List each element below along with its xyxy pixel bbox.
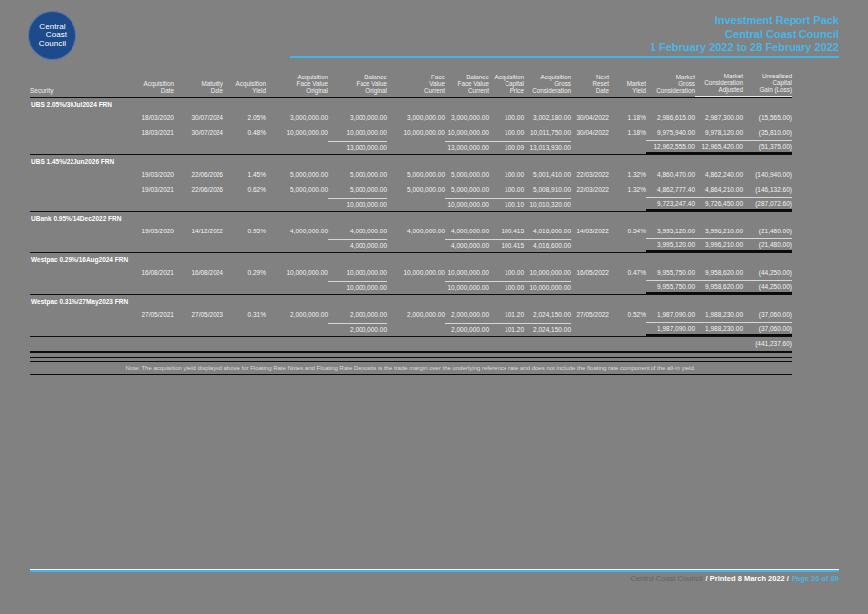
report-title: Investment Report Pack Central Coast Cou… [651,14,839,55]
cell-maturity_date: 30/07/2024 [174,114,223,121]
cell-acquisition_face_value_original: 10,000,000.00 [266,269,328,276]
security-group-0: UBS 2.05%/30Jul2024 FRN18/03/202030/07/2… [30,98,792,154]
cell-acquisition_gross_consideration: 10,000,000.00 [524,269,571,276]
cell-market_consideration_adjusted: 3,996,210.00 [695,228,743,234]
cell-balance_face_value_original: 10,000,000.00 [328,269,387,276]
cell-market_gross_consideration: 1,987,090.00 [646,311,695,318]
footer-council-name: Central Coast Council [631,574,703,583]
subtotal-acquisition_capital_price: 100.00 [489,281,524,293]
cell-market_yield: 0.54% [609,228,646,234]
cell-acquisition_capital_price: 100.00 [489,186,524,193]
cell-acquisition_yield: 0.29% [223,269,266,276]
cell-acquisition_face_value_original: 5,000,000.00 [266,186,328,193]
grand-total-section: (441,237.60) [30,336,792,358]
subtotal-acquisition_capital_price: 101.20 [489,323,524,335]
cell-market_consideration_adjusted: 9,958,620.00 [695,269,743,276]
subtotal-market_gross_consideration: 9,955,750.00 [646,280,695,294]
security-group-4: Westpac 0.31%/27May2023 FRN27/05/202127/… [30,294,792,336]
cell-market_yield: 1.32% [609,171,646,178]
cell-next_reset_date: 30/04/2022 [571,129,609,136]
council-logo: Central Coast Council [28,11,76,60]
table-header-row: SecurityAcquisition DateMaturity DateAcq… [30,70,792,98]
cell-acquisition_gross_consideration: 5,008,910.00 [524,186,571,193]
column-header-market_yield: Market Yield [609,80,646,96]
subtotal-balance_face_value_current: 10,000,000.00 [445,281,489,293]
cell-face_value_current: 3,000,000.00 [387,114,445,121]
cell-maturity_date: 27/05/2023 [174,311,223,318]
cell-unrealised_capital_gain_loss: (15,565.00) [743,114,792,121]
cell-balance_face_value_current: 2,000,000.00 [445,311,489,318]
cell-balance_face_value_original: 3,000,000.00 [328,114,387,121]
cell-market_consideration_adjusted: 2,987,300.00 [695,114,743,121]
logo-text: Central Coast Council [38,23,67,49]
cell-balance_face_value_original: 5,000,000.00 [328,171,387,178]
cell-market_yield: 0.52% [609,311,646,318]
column-header-unrealised_capital_gain_loss: Unrealised Capital Gain (Loss) [743,73,792,97]
cell-acquisition_capital_price: 100.415 [489,228,524,234]
grand-total-unrealised-gain-loss: (441,237.60) [743,340,792,347]
cell-acquisition_yield: 0.31% [223,311,266,318]
cell-balance_face_value_current: 3,000,000.00 [445,114,489,121]
subtotal-acquisition_gross_consideration: 10,010,320.00 [524,198,571,210]
security-column-header: Security [30,87,129,96]
table-row: 18/03/202130/07/20240.48%10,000,000.0010… [30,125,792,140]
column-header-maturity_date: Maturity Date [174,80,223,96]
table-row: 19/03/202122/06/20260.62%5,000,000.005,0… [30,182,792,197]
cell-maturity_date: 16/08/2024 [174,269,223,276]
subtotal-market_consideration_adjusted: 9,958,620.00 [695,280,743,294]
report-title-council: Central Coast Council [651,28,839,42]
cell-maturity_date: 22/06/2026 [174,171,223,178]
cell-next_reset_date: 14/03/2022 [571,228,609,234]
cell-balance_face_value_current: 5,000,000.00 [445,171,489,178]
cell-acquisition_face_value_original: 2,000,000.00 [266,311,328,318]
table-row: 27/05/202127/05/20230.31%2,000,000.002,0… [30,307,792,322]
cell-acquisition_yield: 1.45% [223,171,266,178]
cell-maturity_date: 30/07/2024 [174,129,223,136]
title-underline [290,56,839,58]
cell-acquisition_date: 18/03/2020 [129,114,174,121]
subtotal-market_consideration_adjusted: 1,988,230.00 [695,322,743,336]
footer-page-number: Page 26 of 89 [792,574,839,583]
cell-acquisition_date: 27/05/2021 [129,311,174,318]
column-header-market_consideration_adjusted: Market Consideration Adjusted [695,73,743,97]
cell-acquisition_date: 18/03/2021 [129,129,174,136]
cell-acquisition_date: 16/08/2021 [129,269,174,276]
subtotal-balance_face_value_current: 4,000,000.00 [445,239,489,251]
subtotal-acquisition_gross_consideration: 2,024,150.00 [524,323,571,335]
investments-table: SecurityAcquisition DateMaturity DateAcq… [30,70,792,375]
cell-acquisition_face_value_original: 5,000,000.00 [266,171,328,178]
report-page: Central Coast Council Investment Report … [0,0,868,614]
cell-acquisition_date: 19/03/2020 [129,228,174,234]
grand-total-row: (441,237.60) [30,337,792,350]
group-subtotal-row: 10,000,000.0010,000,000.00100.0010,000,0… [30,280,792,294]
cell-balance_face_value_original: 10,000,000.00 [328,129,387,136]
cell-acquisition_capital_price: 100.00 [489,171,524,178]
security-group-label: UBank 0.95%/14Dec2022 FRN [30,212,792,224]
cell-unrealised_capital_gain_loss: (35,810.00) [743,129,792,136]
footnote: Note: The acquisition yield displayed ab… [30,361,792,375]
cell-acquisition_date: 19/03/2021 [129,186,174,193]
subtotal-market_consideration_adjusted: 3,996,210.00 [695,238,743,252]
cell-market_consideration_adjusted: 9,978,120.00 [695,129,743,136]
subtotal-balance_face_value_current: 13,000,000.00 [445,141,489,153]
cell-market_gross_consideration: 9,975,940.00 [646,129,695,136]
cell-market_gross_consideration: 4,862,777.40 [646,186,695,193]
subtotal-market_gross_consideration: 1,987,090.00 [646,322,695,336]
column-header-next_reset_date: Next Reset Date [571,74,609,97]
cell-acquisition_yield: 0.62% [223,186,266,193]
subtotal-unrealised_capital_gain_loss: (287,072.60) [743,197,792,211]
cell-acquisition_yield: 0.95% [223,228,266,234]
security-group-label: Westpac 0.29%/16Aug2024 FRN [30,253,792,265]
footer-underline [30,569,839,572]
subtotal-acquisition_capital_price: 100.415 [489,239,524,251]
cell-acquisition_date: 19/03/2020 [129,171,174,178]
column-header-acquisition_date: Acquisition Date [129,80,174,96]
security-group-label: UBS 2.05%/30Jul2024 FRN [30,98,792,110]
column-header-balance_face_value_current: Balance Face Value Current [445,74,489,97]
cell-market_gross_consideration: 3,995,120.00 [646,228,695,234]
cell-market_yield: 0.47% [609,269,646,276]
subtotal-acquisition_capital_price: 100.09 [489,141,524,153]
cell-acquisition_face_value_original: 4,000,000.00 [266,228,328,234]
subtotal-balance_face_value_original: 4,000,000.00 [328,239,387,251]
cell-market_consideration_adjusted: 1,988,230.00 [695,311,743,318]
